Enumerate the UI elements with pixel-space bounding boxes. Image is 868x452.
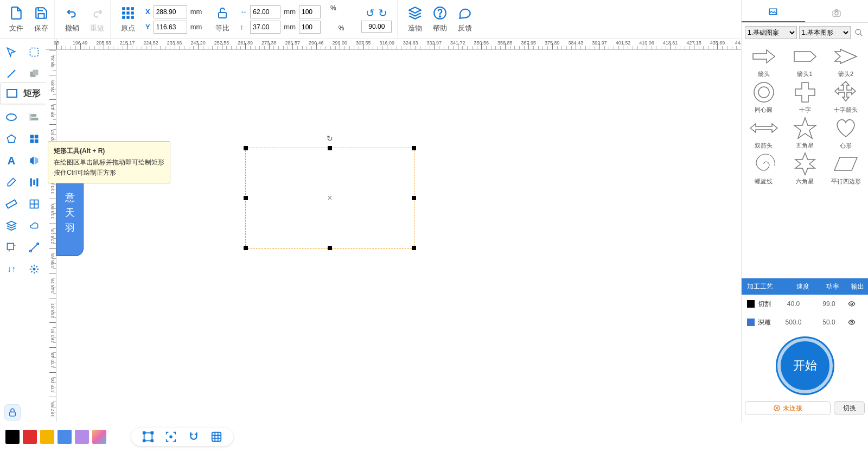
top-toolbar: 文件 保存 撤销 重做 原点 X mm Y mm (0, 0, 868, 39)
shape-双箭头[interactable]: 双箭头 (746, 116, 782, 150)
ruler-horizontal: 95196.49205.83215.17224.52233.86243.2025… (56, 39, 741, 50)
origin-button[interactable]: 原点 (120, 5, 136, 33)
feedback-button[interactable]: 反馈 (457, 5, 473, 33)
canvas-stage[interactable]: 意天羽 ↻ × (56, 50, 741, 422)
color-swatch-0[interactable] (5, 430, 20, 444)
rectangle-tooltip: 矩形工具(Alt + R) 在绘图区单击鼠标并拖动即可绘制矩形 按住Ctrl可绘… (48, 141, 170, 183)
shape-subcategory-select[interactable]: 1.基本图形 (799, 26, 851, 39)
x-input[interactable] (154, 5, 187, 18)
color-swatch-2[interactable] (40, 430, 54, 444)
shape-label: 箭头2 (838, 70, 853, 78)
array-tool[interactable] (23, 193, 46, 215)
sort-tool[interactable]: ↓↑ (0, 258, 23, 280)
help-button[interactable]: 帮助 (432, 5, 448, 33)
grid-tool[interactable] (23, 128, 46, 150)
focus-tool[interactable] (165, 431, 177, 443)
shape-箭头[interactable]: 箭头 (746, 44, 782, 78)
ruler-h-label: 427.15 (686, 40, 701, 46)
rotate-cw-icon[interactable]: ↻ (378, 7, 387, 20)
y-input[interactable] (154, 21, 187, 34)
svg-marker-22 (8, 135, 16, 143)
search-button[interactable] (853, 27, 865, 39)
color-swatch-3[interactable] (58, 430, 72, 444)
select-tool[interactable] (0, 41, 23, 63)
file-button[interactable]: 文件 (9, 5, 24, 33)
shape-平行四边形[interactable]: 平行四边形 (828, 152, 864, 186)
stack-tool[interactable] (0, 215, 23, 237)
shape-六角星[interactable]: 六角星 (787, 152, 823, 186)
shape-十字[interactable]: 十字 (787, 80, 823, 114)
mirror-tool[interactable] (23, 150, 46, 171)
shape-箭头2[interactable]: 箭头2 (828, 44, 864, 78)
svg-rect-1 (126, 7, 129, 10)
shape-label: 同心圆 (755, 106, 773, 114)
path-tool[interactable] (23, 237, 46, 258)
grid-snap-tool[interactable] (210, 431, 222, 443)
ratio-lock-button[interactable]: 等比 (215, 5, 230, 33)
rotation-input[interactable] (361, 21, 392, 33)
shape-箭头1[interactable]: 箭头1 (787, 44, 823, 78)
switch-button[interactable]: 切换 (834, 401, 865, 415)
resize-handle-r[interactable] (412, 196, 416, 200)
shape-心形[interactable]: 心形 (828, 116, 864, 150)
ruler-h-label: 444.2 (735, 40, 741, 46)
polygon-tool[interactable] (0, 128, 23, 150)
burst-tool[interactable] (23, 258, 46, 280)
eraser-tool[interactable] (0, 171, 23, 193)
resize-handle-tl[interactable] (244, 146, 248, 150)
color-swatch-4[interactable] (75, 430, 89, 444)
text-tool[interactable]: A (0, 150, 23, 171)
color-swatch-1[interactable] (23, 430, 37, 444)
rotation-handle-icon[interactable]: ↻ (327, 134, 333, 143)
rotate-ccw-icon[interactable]: ↺ (366, 7, 375, 20)
shape-category-select[interactable]: 1.基础图案 (745, 26, 797, 39)
shape-螺旋线[interactable]: 螺旋线 (746, 152, 782, 186)
ruler-h-label: 233.86 (167, 40, 182, 46)
resize-handle-br[interactable] (412, 246, 416, 250)
line-tool[interactable] (0, 63, 23, 85)
svg-rect-30 (6, 200, 17, 208)
ruler-tool[interactable] (0, 193, 23, 215)
cloud-tool[interactable] (23, 215, 46, 237)
size-inputs: ↔ mm ↕ mm (240, 5, 321, 34)
align-tool[interactable] (23, 106, 46, 128)
shape-五角星[interactable]: 五角星 (787, 116, 823, 150)
shape-十字箭头[interactable]: 十字箭头 (828, 80, 864, 114)
marquee-tool[interactable] (23, 41, 46, 63)
start-button[interactable]: 开始 (777, 338, 833, 393)
color-swatch (747, 319, 755, 326)
lock-button[interactable] (4, 404, 21, 421)
undo-button[interactable]: 撤销 (65, 5, 80, 33)
width-pct-input[interactable] (299, 5, 321, 18)
duplicate-tool[interactable] (23, 63, 46, 85)
resize-handle-bl[interactable] (244, 246, 248, 250)
resize-handle-b[interactable] (328, 246, 332, 250)
redo-button[interactable]: 重做 (90, 5, 105, 33)
color-swatch-5[interactable] (92, 430, 106, 444)
ellipse-tool[interactable] (0, 106, 23, 128)
crop-tool[interactable] (0, 237, 23, 258)
tab-shapes[interactable] (742, 3, 805, 22)
height-input[interactable] (250, 21, 280, 34)
magnet-tool[interactable] (188, 431, 200, 443)
svg-line-46 (36, 271, 37, 272)
selection-rectangle[interactable]: ↻ × (245, 148, 414, 249)
resize-handle-t[interactable] (328, 146, 332, 150)
make-button[interactable]: 造物 (407, 5, 423, 33)
process-row[interactable]: 深雕500.050.0 (742, 313, 868, 332)
connection-status[interactable]: 未连接 (745, 401, 831, 415)
width-input[interactable] (250, 5, 280, 18)
save-button[interactable]: 保存 (34, 5, 49, 33)
frame-tool[interactable] (142, 431, 154, 443)
visibility-toggle[interactable] (847, 319, 868, 326)
resize-handle-tr[interactable] (412, 146, 416, 150)
distribute-tool[interactable] (23, 171, 46, 193)
tab-camera[interactable] (805, 3, 869, 22)
resize-handle-l[interactable] (244, 196, 248, 200)
visibility-toggle[interactable] (847, 300, 868, 308)
height-pct-input[interactable] (299, 21, 321, 34)
ruler-h-label: 358.85 (497, 40, 513, 46)
svg-rect-49 (7, 90, 17, 97)
shape-同心圆[interactable]: 同心圆 (746, 80, 782, 114)
process-row[interactable]: 切割40.099.0 (742, 295, 868, 313)
